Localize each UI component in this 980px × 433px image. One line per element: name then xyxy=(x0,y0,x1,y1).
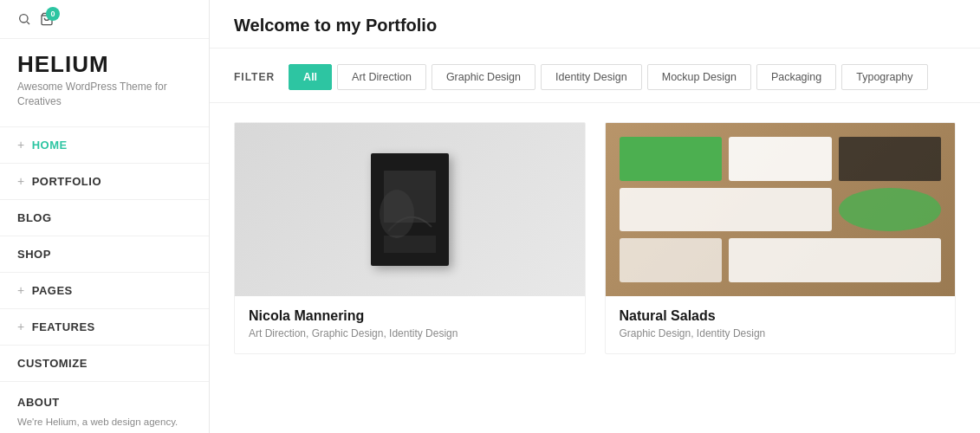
plus-icon: + xyxy=(17,284,25,296)
sidebar-item-customize[interactable]: CUSTOMIZE xyxy=(0,345,209,381)
card-tags-nicola: Art Direction, Graphic Design, Identity … xyxy=(249,327,571,339)
sidebar-item-blog[interactable]: BLOG xyxy=(0,199,209,236)
main-content: Welcome to my Portfolio FILTER All Art D… xyxy=(210,0,980,433)
brand-white-box xyxy=(729,137,832,181)
filter-bar: FILTER All Art Direction Graphic Design … xyxy=(210,48,980,103)
card-body-nicola: Nicola Mannering Art Direction, Graphic … xyxy=(235,296,585,353)
sidebar-item-features[interactable]: + FEATURES xyxy=(0,308,209,345)
filter-btn-all[interactable]: All xyxy=(289,64,332,90)
svg-line-1 xyxy=(27,22,29,24)
sidebar-top-icons: 0 xyxy=(0,0,209,39)
card-name-nicola: Nicola Mannering xyxy=(249,308,571,324)
portfolio-card-nicola[interactable]: Nicola Mannering Art Direction, Graphic … xyxy=(234,122,586,354)
card-image-wrap-natural xyxy=(606,123,956,296)
page-title: Welcome to my Portfolio xyxy=(234,16,956,36)
brand-bottom-box xyxy=(620,238,723,282)
card-image-nicola xyxy=(235,123,585,296)
svg-point-0 xyxy=(20,15,28,23)
plus-icon: + xyxy=(17,175,25,187)
cart-icon[interactable]: 0 xyxy=(40,12,54,29)
sidebar-item-home-label: HOME xyxy=(32,139,68,152)
brand-wide-box xyxy=(620,188,832,232)
about-section: ABOUT We're Helium, a web design agency.… xyxy=(0,381,209,433)
sidebar-item-shop[interactable]: SHOP xyxy=(0,236,209,272)
brand-green-box xyxy=(620,137,723,181)
filter-btn-packaging[interactable]: Packaging xyxy=(756,64,836,90)
book-decoration xyxy=(371,153,449,266)
svg-point-3 xyxy=(380,190,414,238)
filter-label: FILTER xyxy=(234,71,275,83)
filter-btn-identity-design[interactable]: Identity Design xyxy=(541,64,642,90)
filter-btn-art-direction[interactable]: Art Direction xyxy=(337,64,426,90)
about-title: ABOUT xyxy=(17,396,191,409)
sidebar-item-blog-label: BLOG xyxy=(17,211,52,224)
sidebar: 0 HELIUM Awesome WordPress Theme for Cre… xyxy=(0,0,210,433)
brand-name: HELIUM xyxy=(0,42,209,80)
sidebar-item-pages[interactable]: + PAGES xyxy=(0,272,209,308)
cart-badge: 0 xyxy=(46,7,60,21)
nav-menu: + HOME + PORTFOLIO BLOG SHOP + PAGES + F… xyxy=(0,126,209,345)
portfolio-grid: Nicola Mannering Art Direction, Graphic … xyxy=(210,103,980,373)
plus-icon: + xyxy=(17,320,25,333)
card-image-wrap-nicola xyxy=(235,123,585,296)
plus-icon: + xyxy=(17,139,25,151)
sidebar-item-features-label: FEATURES xyxy=(32,320,95,333)
filter-btn-mockup-design[interactable]: Mockup Design xyxy=(647,64,751,90)
brand-dark-box xyxy=(839,137,942,181)
sidebar-item-portfolio-label: PORTFOLIO xyxy=(32,175,101,188)
brand-bottom-wide xyxy=(729,238,941,282)
card-name-natural: Natural Salads xyxy=(620,308,942,324)
filter-btn-typography[interactable]: Typography xyxy=(841,64,927,90)
search-icon[interactable] xyxy=(17,12,31,29)
page-header: Welcome to my Portfolio xyxy=(210,0,980,48)
sidebar-item-home[interactable]: + HOME xyxy=(0,126,209,163)
sidebar-item-portfolio[interactable]: + PORTFOLIO xyxy=(0,163,209,199)
card-image-natural xyxy=(606,123,956,296)
sidebar-item-pages-label: PAGES xyxy=(32,284,73,297)
about-text: We're Helium, a web design agency. We lo… xyxy=(17,414,191,433)
brand-tagline: Awesome WordPress Theme for Creatives xyxy=(0,80,209,121)
card-body-natural: Natural Salads Graphic Design, Identity … xyxy=(606,296,956,353)
sidebar-item-shop-label: SHOP xyxy=(17,248,51,261)
sidebar-icons: 0 xyxy=(17,12,54,29)
filter-btn-graphic-design[interactable]: Graphic Design xyxy=(432,64,535,90)
portfolio-card-natural-salads[interactable]: Natural Salads Graphic Design, Identity … xyxy=(605,122,957,354)
brand-circle xyxy=(839,188,942,232)
card-tags-natural: Graphic Design, Identity Design xyxy=(620,327,942,339)
